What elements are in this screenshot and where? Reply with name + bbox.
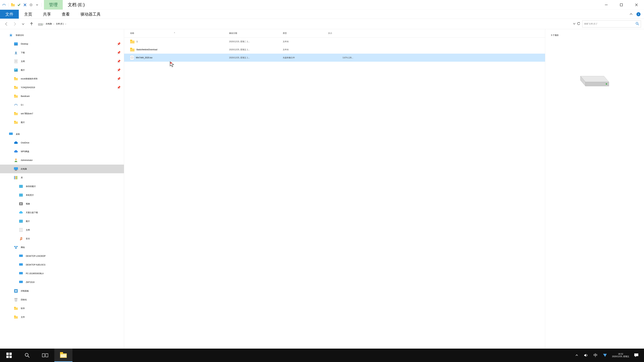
tree-pc4[interactable]: ZMT2019 <box>0 278 124 287</box>
ribbon-tab-drive-tools[interactable]: 驱动器工具 <box>75 10 106 18</box>
tree-pictures3[interactable]: 图片 <box>0 217 124 226</box>
chevron-right-icon[interactable]: › <box>44 23 44 25</box>
file-row[interactable]: Win7x64_2020.iso 2020/12/25, 星期五 1... 光盘… <box>124 54 545 62</box>
nav-up-button[interactable] <box>28 21 35 27</box>
maximize-button[interactable] <box>614 0 629 9</box>
library-icon <box>14 175 18 180</box>
tree-pictures[interactable]: 图片📌 <box>0 66 124 74</box>
qat-dropdown-icon[interactable] <box>35 2 40 7</box>
contextual-tab[interactable]: 管理 <box>44 0 63 9</box>
tree-files[interactable]: 文件 <box>0 313 124 322</box>
start-button[interactable] <box>0 349 18 362</box>
tree-documents[interactable]: 文档📌 <box>0 57 124 66</box>
ribbon-expand-icon[interactable] <box>628 12 634 17</box>
volume-icon[interactable] <box>584 353 588 358</box>
search-button[interactable] <box>18 349 36 362</box>
file-type: 文件夹 <box>283 40 328 43</box>
tree-videos[interactable]: 视频 <box>0 199 124 208</box>
tray-app-icon[interactable] <box>602 353 607 358</box>
qat-app-icon[interactable] <box>2 2 6 7</box>
tree-camera-roll[interactable]: 本机照片 <box>0 191 124 199</box>
user-icon <box>14 158 18 163</box>
tree-this-pc[interactable]: 此电脑 <box>0 165 124 173</box>
tree-desktop[interactable]: Desktop📌 <box>0 39 124 48</box>
address-dropdown-icon[interactable] <box>573 22 576 25</box>
tree-onedrive[interactable]: OneDrive <box>0 138 124 147</box>
tree-downloads[interactable]: 下载📌 <box>0 48 124 57</box>
tree-saved-pictures[interactable]: 保存的图片 <box>0 182 124 191</box>
navigation-pane[interactable]: 快速访问 Desktop📌 下载📌 文档📌 图片📌 excel表格制作求和📌 Y… <box>0 29 124 353</box>
nav-forward-button[interactable] <box>12 21 18 27</box>
tree-desktop-group[interactable]: 桌面 <box>0 130 124 138</box>
breadcrumbs[interactable]: › 此电脑 › 文档 (E:) › <box>36 21 571 27</box>
chevron-right-icon[interactable]: › <box>54 23 54 25</box>
pin-icon: 📌 <box>117 68 120 72</box>
search-input[interactable]: 搜索"文档 (E:)" <box>582 20 641 27</box>
tree-pc2[interactable]: DESKTOP-NJEU3CG <box>0 260 124 269</box>
svg-rect-76 <box>10 356 12 358</box>
qat-close-icon[interactable] <box>23 2 27 7</box>
tree-software[interactable]: 软件 <box>0 304 124 313</box>
tree-documents2[interactable]: 文档 <box>0 226 124 234</box>
tree-pc1[interactable]: DESKTOP-LSSOEDP <box>0 252 124 260</box>
nav-back-button[interactable] <box>3 21 10 27</box>
crumb-root[interactable]: 此电脑 <box>45 22 53 26</box>
column-size[interactable]: 大小 <box>328 32 356 35</box>
crumb-current[interactable]: 文档 (E:) <box>55 22 65 26</box>
svg-rect-0 <box>11 4 15 6</box>
tree-yunqishi[interactable]: YUNQISHI2019📌 <box>0 83 124 92</box>
sort-ascending-icon: ˄ <box>174 32 175 35</box>
task-view-button[interactable] <box>36 349 54 362</box>
tree-label: 天翼云盘下载 <box>26 211 38 214</box>
column-headers[interactable]: 名称˄ 修改日期 类型 大小 <box>124 29 545 37</box>
chevron-right-icon[interactable]: › <box>66 23 66 25</box>
tree-bandicam[interactable]: Bandicam <box>0 92 124 100</box>
tree-excel-folder[interactable]: excel表格制作求和📌 <box>0 74 124 83</box>
tree-recycle-bin[interactable]: 回收站 <box>0 295 124 304</box>
help-icon[interactable]: ? <box>636 12 641 17</box>
qat-folder-icon[interactable] <box>10 2 15 7</box>
ime-indicator[interactable]: 中 <box>593 353 598 358</box>
taskbar-clock[interactable]: 16:32 2020/12/25, 星期五 <box>612 353 629 358</box>
system-tray[interactable]: 中 16:32 2020/12/25, 星期五 <box>571 349 642 362</box>
file-type: 文件夹 <box>283 48 328 51</box>
tree-wps[interactable]: WPS网盘 <box>0 147 124 156</box>
tree-win7[interactable]: win7重装win7 <box>0 109 124 118</box>
qat-gear-icon[interactable] <box>29 2 33 7</box>
column-date[interactable]: 修改日期 <box>229 32 283 35</box>
tree-gdrive[interactable]: G:\ <box>0 100 124 109</box>
tree-music[interactable]: 音乐 <box>0 234 124 243</box>
taskbar-explorer[interactable] <box>54 349 72 362</box>
file-row[interactable]: 1 2020/12/15, 星期二 1... 文件夹 <box>124 37 545 45</box>
column-type[interactable]: 类型 <box>283 32 328 35</box>
tray-overflow-icon[interactable] <box>574 353 579 358</box>
close-button[interactable] <box>629 0 644 9</box>
show-desktop-button[interactable] <box>642 349 644 362</box>
refresh-icon[interactable] <box>576 22 580 26</box>
ribbon-tab-share[interactable]: 共享 <box>38 10 56 18</box>
taskbar[interactable]: 中 16:32 2020/12/25, 星期五 <box>0 349 644 362</box>
quick-access-toolbar <box>0 0 44 9</box>
ribbon-tab-file[interactable]: 文件 <box>0 10 19 18</box>
tree-network[interactable]: 网络 <box>0 243 124 252</box>
tree-library[interactable]: 库 <box>0 173 124 182</box>
tree-tianyi[interactable]: 天翼云盘下载 <box>0 208 124 217</box>
minimize-button[interactable] <box>599 0 614 9</box>
svg-rect-30 <box>14 121 16 122</box>
column-name[interactable]: 名称˄ <box>130 32 229 35</box>
qat-check-icon[interactable] <box>16 2 21 7</box>
ribbon-tab-view[interactable]: 查看 <box>56 10 75 18</box>
tree-pictures2[interactable]: 图片 <box>0 118 124 127</box>
search-icon[interactable] <box>636 22 639 26</box>
music-icon <box>18 236 24 241</box>
tree-control-panel[interactable]: 控制面板 <box>0 287 124 295</box>
file-row[interactable]: BaiduNetdiskDownload 2020/12/25, 星期五 1..… <box>124 45 545 54</box>
tree-pc3[interactable]: PC-20190530OBLA <box>0 269 124 278</box>
tree-quick-access[interactable]: 快速访问 <box>0 31 124 39</box>
action-center-icon[interactable] <box>634 353 639 358</box>
nav-history-dropdown[interactable] <box>20 21 26 27</box>
tree-admin[interactable]: Administrator <box>0 156 124 165</box>
svg-rect-15 <box>14 59 18 63</box>
ribbon-tab-home[interactable]: 主页 <box>19 10 38 18</box>
svg-rect-21 <box>14 78 18 80</box>
